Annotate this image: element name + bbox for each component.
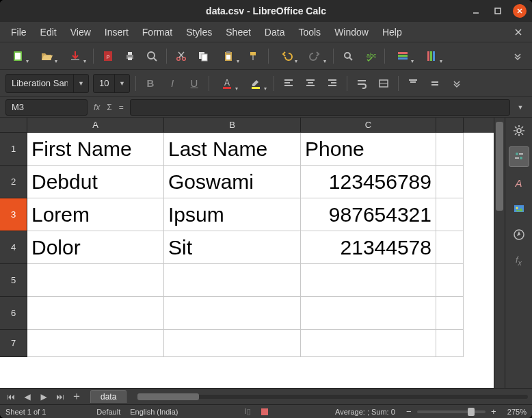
cell-a5[interactable] — [27, 264, 164, 297]
cell-b2[interactable]: Goswami — [164, 166, 301, 198]
cell-d5[interactable] — [436, 264, 464, 297]
cell-b3[interactable]: Ipsum — [164, 198, 301, 231]
menu-window[interactable]: Window — [328, 24, 375, 40]
align-top-button[interactable] — [404, 75, 422, 92]
cell-b1[interactable]: Last Name — [164, 133, 301, 166]
cell-b7[interactable] — [164, 330, 301, 357]
row-header-1[interactable]: 1 — [0, 133, 27, 166]
column-header-c[interactable]: C — [301, 118, 436, 133]
sidebar-functions-button[interactable]: fx — [509, 250, 529, 271]
zoom-slider[interactable] — [417, 410, 486, 413]
insert-mode-icon[interactable]: I▯ — [245, 407, 251, 416]
cell-c2[interactable]: 123456789 — [301, 166, 436, 198]
menu-help[interactable]: Help — [375, 24, 409, 40]
horizontal-scrollbar[interactable] — [137, 393, 528, 401]
wrap-text-button[interactable] — [353, 75, 371, 92]
spreadsheet-grid[interactable]: A B C 1 First Name Last Name Phone 2 Deb… — [0, 118, 494, 388]
sidebar-gallery-button[interactable] — [509, 198, 529, 219]
menu-edit[interactable]: Edit — [34, 24, 64, 40]
paste-button[interactable] — [216, 47, 241, 65]
column-header-next[interactable] — [436, 118, 464, 133]
cell-d2[interactable] — [436, 166, 464, 198]
zoom-in-button[interactable]: + — [490, 406, 498, 417]
cell-d6[interactable] — [436, 297, 464, 330]
row-header-5[interactable]: 5 — [0, 264, 27, 297]
status-style[interactable]: Default — [96, 408, 120, 416]
toolbar-overflow-button[interactable] — [448, 75, 466, 92]
spellcheck-button[interactable]: abc — [361, 47, 379, 65]
menu-format[interactable]: Format — [135, 24, 179, 40]
row-button[interactable] — [390, 47, 415, 65]
sum-button[interactable]: Σ — [105, 101, 114, 114]
cell-d4[interactable] — [436, 231, 464, 264]
zoom-slider-thumb[interactable] — [468, 408, 475, 416]
cell-b5[interactable] — [164, 264, 301, 297]
bold-button[interactable]: B — [142, 75, 159, 92]
chevron-down-icon[interactable]: ▼ — [73, 75, 88, 92]
status-language[interactable]: English (India) — [130, 408, 178, 416]
cell-c5[interactable] — [301, 264, 436, 297]
selection-mode-icon[interactable] — [261, 408, 269, 416]
font-name-input[interactable] — [6, 75, 73, 92]
font-size-input[interactable] — [94, 75, 114, 92]
clone-formatting-button[interactable] — [245, 47, 263, 65]
status-zoom[interactable]: 275% — [507, 408, 527, 416]
scrollbar-thumb[interactable] — [496, 122, 503, 211]
cell-c4[interactable]: 21344578 — [301, 231, 436, 264]
font-color-button[interactable]: A — [215, 75, 239, 92]
merge-cells-button[interactable] — [375, 75, 393, 92]
add-sheet-button[interactable]: ＋ — [70, 391, 83, 403]
column-header-a[interactable]: A — [27, 118, 164, 133]
align-center-button[interactable] — [302, 75, 319, 92]
window-minimize-button[interactable] — [469, 4, 483, 18]
name-box[interactable] — [5, 99, 88, 116]
menu-styles[interactable]: Styles — [179, 24, 219, 40]
close-document-button[interactable] — [509, 25, 528, 39]
row-header-2[interactable]: 2 — [0, 166, 27, 198]
chevron-down-icon[interactable]: ▼ — [114, 75, 129, 92]
menu-data[interactable]: Data — [258, 24, 292, 40]
prev-sheet-button[interactable]: ◀ — [21, 391, 34, 403]
menu-insert[interactable]: Insert — [98, 24, 135, 40]
cell-d7[interactable] — [436, 330, 464, 357]
sidebar-navigator-button[interactable] — [509, 224, 529, 245]
menu-file[interactable]: File — [4, 24, 34, 40]
last-sheet-button[interactable]: ⏭ — [53, 391, 67, 403]
sidebar-styles-button[interactable]: A — [509, 172, 529, 193]
first-sheet-button[interactable]: ⏮ — [4, 391, 18, 403]
align-right-button[interactable] — [323, 75, 341, 92]
row-header-6[interactable]: 6 — [0, 297, 27, 330]
cell-a3[interactable]: Lorem — [27, 198, 164, 231]
row-header-4[interactable]: 4 — [0, 231, 27, 264]
undo-button[interactable] — [274, 47, 299, 65]
align-middle-button[interactable] — [426, 75, 444, 92]
status-summary[interactable]: Average: ; Sum: 0 — [335, 408, 395, 416]
sidebar-properties-button[interactable] — [509, 146, 529, 167]
cell-c3[interactable]: 987654321 — [301, 198, 436, 231]
cell-c1[interactable]: Phone — [301, 133, 436, 166]
cell-a7[interactable] — [27, 330, 164, 357]
save-button[interactable] — [63, 47, 88, 65]
sidebar-settings-button[interactable] — [509, 120, 529, 141]
find-button[interactable] — [339, 47, 357, 65]
menu-sheet[interactable]: Sheet — [219, 24, 258, 40]
cell-b6[interactable] — [164, 297, 301, 330]
function-wizard-button[interactable]: fx — [92, 101, 102, 114]
cell-a2[interactable]: Debdut — [27, 166, 164, 198]
row-header-3[interactable]: 3 — [0, 198, 27, 231]
cell-c6[interactable] — [301, 297, 436, 330]
copy-button[interactable] — [194, 47, 212, 65]
italic-button[interactable]: I — [163, 75, 181, 92]
redo-button[interactable] — [303, 47, 328, 65]
cell-c7[interactable] — [301, 330, 436, 357]
formula-input[interactable] — [131, 100, 509, 115]
formula-input-container[interactable] — [130, 99, 510, 116]
window-maximize-button[interactable] — [491, 4, 505, 18]
cut-button[interactable] — [172, 47, 190, 65]
cell-d1[interactable] — [436, 133, 464, 166]
pdf-export-button[interactable]: P — [99, 47, 117, 65]
cell-a1[interactable]: First Name — [27, 133, 164, 166]
menu-tools[interactable]: Tools — [291, 24, 328, 40]
print-preview-button[interactable] — [143, 47, 161, 65]
equals-button[interactable]: = — [117, 101, 126, 114]
